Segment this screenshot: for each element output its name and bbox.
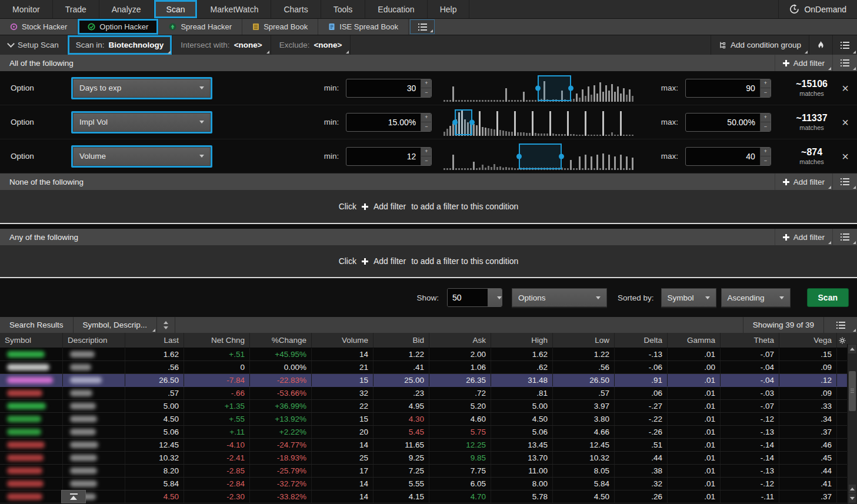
menu-tab-charts[interactable]: Charts — [271, 0, 321, 18]
stepper-minus[interactable]: − — [761, 122, 771, 131]
sort-field-dropdown[interactable]: Symbol — [661, 288, 716, 307]
menu-tab-analyze[interactable]: Analyze — [99, 0, 154, 18]
histogram-selection[interactable] — [455, 109, 472, 135]
histogram-selection[interactable] — [538, 75, 571, 101]
all-menu-button[interactable] — [832, 55, 857, 71]
scroll-up-button-2[interactable] — [849, 485, 856, 493]
add-condition-group-button[interactable]: Add condition group — [711, 35, 809, 55]
min-input-field[interactable] — [346, 79, 421, 97]
menu-tab-education[interactable]: Education — [365, 0, 427, 18]
max-input[interactable]: +− — [685, 147, 771, 166]
histogram-selection[interactable] — [519, 143, 562, 169]
menu-tab-tools[interactable]: Tools — [321, 0, 366, 18]
table-row[interactable]: .5600.00%21.411.06.62.56-.06.00-.04.09 — [0, 361, 857, 374]
search-results-tab[interactable]: Search Results — [0, 317, 74, 333]
column-header-ask[interactable]: Ask — [429, 333, 491, 348]
min-input-stepper[interactable]: +− — [421, 148, 431, 165]
table-row[interactable]: 5.06+.11+2.22%205.455.755.064.66-.26.01-… — [0, 426, 857, 439]
intersect-dropdown[interactable]: Intersect with: <none> — [172, 35, 271, 55]
table-row[interactable]: 26.50-7.84-22.83%1525.0026.3531.4826.50.… — [0, 374, 857, 387]
scroll-up-button[interactable] — [848, 345, 856, 353]
min-input-stepper[interactable]: +− — [421, 114, 431, 131]
all-add-filter-button[interactable]: Add filter — [775, 55, 832, 71]
stepper-minus[interactable]: − — [421, 88, 431, 97]
show-count-combobox[interactable]: 50 — [447, 288, 502, 307]
any-add-filter-button[interactable]: Add filter — [775, 229, 832, 245]
column-header-theta[interactable]: Theta — [721, 333, 779, 348]
flame-button[interactable] — [809, 35, 832, 55]
table-row[interactable]: 10.32-2.41-18.93%259.259.8513.7010.32.44… — [0, 452, 857, 465]
scroll-to-top-button[interactable] — [61, 490, 86, 503]
table-row[interactable]: .57-.66-53.66%32.23.72.81.57.06.01-.03.0… — [0, 387, 857, 400]
stepper-minus[interactable]: − — [761, 156, 771, 165]
subnav-item-ise-spread-book[interactable]: ISE Spread Book — [318, 19, 409, 35]
menu-tab-scan[interactable]: Scan — [154, 0, 198, 18]
sort-direction-dropdown[interactable]: Ascending — [721, 288, 791, 307]
remove-filter-button[interactable]: × — [842, 116, 849, 128]
min-input[interactable]: +− — [346, 79, 432, 98]
column-settings-gear-icon[interactable] — [837, 333, 847, 348]
subnav-item-spread-book[interactable]: Spread Book — [242, 19, 318, 35]
stepper-minus[interactable]: − — [761, 88, 771, 97]
column-header-low[interactable]: Low — [553, 333, 615, 348]
max-input-field[interactable] — [686, 79, 760, 97]
scan-button[interactable]: Scan — [807, 288, 849, 307]
table-scrollbar[interactable] — [847, 344, 857, 504]
table-row[interactable]: 4.50+.55+13.92%154.304.604.503.80-.22.01… — [0, 413, 857, 426]
remove-filter-button[interactable]: × — [842, 82, 849, 94]
any-menu-button[interactable] — [832, 229, 857, 245]
none-add-filter-button[interactable]: Add filter — [775, 173, 832, 190]
histogram[interactable] — [443, 109, 632, 136]
column-header-gamma[interactable]: Gamma — [668, 333, 721, 348]
stepper-plus[interactable]: + — [761, 79, 771, 89]
table-row[interactable]: 5.84-2.84-32.72%145.556.058.005.84.32.01… — [0, 478, 857, 490]
results-menu-button[interactable] — [823, 317, 857, 333]
column-header-last[interactable]: Last — [125, 333, 184, 348]
menu-tab-help[interactable]: Help — [428, 0, 470, 18]
histogram[interactable] — [443, 143, 632, 170]
table-row[interactable]: 12.45-4.10-24.77%1411.6512.2513.4512.45.… — [0, 439, 857, 452]
column-header-bid[interactable]: Bid — [374, 333, 429, 348]
column-header-delta[interactable]: Delta — [615, 333, 668, 348]
table-row[interactable]: 8.20-2.85-25.79%177.257.7511.008.05.38.0… — [0, 465, 857, 478]
show-count-arrow[interactable] — [488, 289, 502, 306]
scan-in-dropdown[interactable]: Scan in: Biotechnology — [68, 35, 173, 55]
stepper-minus[interactable]: − — [421, 156, 431, 165]
menu-tab-monitor[interactable]: Monitor — [0, 0, 53, 18]
min-input-field[interactable] — [346, 148, 421, 165]
filter-field-dropdown[interactable]: Volume — [73, 147, 211, 166]
table-row[interactable]: 4.50-2.30-33.82%144.154.705.784.50.26.01… — [0, 490, 857, 503]
max-input-field[interactable] — [686, 114, 760, 131]
scroll-down-button[interactable] — [849, 494, 856, 503]
max-input-stepper[interactable]: +− — [760, 79, 771, 97]
panel-menu-button[interactable] — [410, 19, 435, 34]
setup-scan-toggle[interactable]: Setup Scan — [0, 35, 68, 55]
max-input-field[interactable] — [686, 148, 760, 165]
column-header-vega[interactable]: Vega — [779, 333, 837, 348]
max-input[interactable]: +− — [685, 113, 771, 132]
subnav-item-stock-hacker[interactable]: Stock Hacker — [0, 19, 78, 35]
scrollbar-thumb[interactable] — [849, 371, 856, 411]
menu-tab-marketwatch[interactable]: MarketWatch — [198, 0, 271, 18]
subnav-item-option-hacker[interactable]: Option Hacker — [78, 19, 159, 35]
filter-field-dropdown[interactable]: Impl Vol — [73, 113, 211, 132]
stepper-plus[interactable]: + — [761, 148, 771, 157]
max-input-stepper[interactable]: +− — [760, 148, 771, 165]
max-input-stepper[interactable]: +− — [760, 114, 771, 131]
stepper-plus[interactable]: + — [421, 148, 431, 157]
filter-field-dropdown[interactable]: Days to exp — [73, 79, 211, 98]
column-header-high[interactable]: High — [491, 333, 553, 348]
min-input-stepper[interactable]: +− — [421, 79, 431, 97]
none-menu-button[interactable] — [832, 173, 857, 190]
column-header--change[interactable]: %Change — [250, 333, 312, 348]
max-input[interactable]: +− — [685, 79, 771, 98]
histogram[interactable] — [443, 75, 632, 102]
column-header-symbol[interactable]: Symbol — [0, 333, 63, 348]
table-row[interactable]: 5.00+1.35+36.99%224.955.205.003.97-.27.0… — [0, 400, 857, 413]
column-header-net-chng[interactable]: Net Chng — [184, 333, 250, 348]
result-type-dropdown[interactable]: Options — [512, 288, 607, 307]
stepper-plus[interactable]: + — [421, 79, 431, 89]
group-by-dropdown[interactable]: Symbol, Descrip... — [74, 317, 158, 333]
min-input-field[interactable] — [346, 114, 421, 131]
ondemand-button[interactable]: OnDemand — [778, 0, 857, 18]
